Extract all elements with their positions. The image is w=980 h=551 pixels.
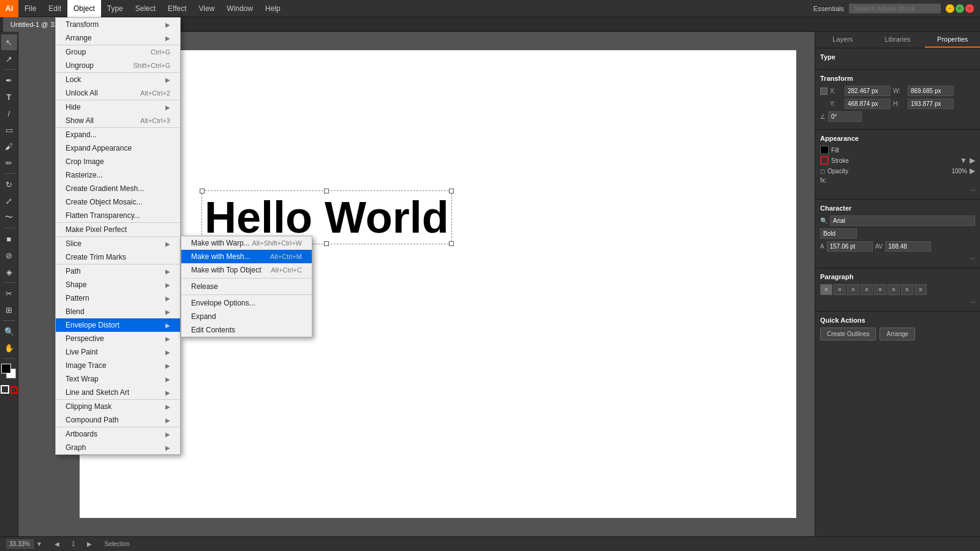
align-justify-left-button[interactable]: ≡: [874, 284, 886, 295]
menu-type[interactable]: Type: [101, 0, 129, 17]
menu-slice[interactable]: Slice ▶: [56, 237, 180, 250]
align-right-button[interactable]: ≡: [847, 284, 859, 295]
x-input[interactable]: [845, 86, 891, 96]
tracking-input[interactable]: [885, 241, 931, 252]
menu-perspective[interactable]: Perspective ▶: [56, 332, 180, 345]
menu-pattern[interactable]: Pattern ▶: [56, 291, 180, 305]
eyedropper-tool[interactable]: ⊘: [1, 247, 17, 263]
tab-libraries[interactable]: Libraries: [870, 32, 925, 48]
align-justify-right-button[interactable]: ≡: [901, 284, 913, 295]
menu-blend[interactable]: Blend ▶: [56, 305, 180, 318]
menu-rasterize[interactable]: Rasterize...: [56, 168, 180, 182]
artboard-tool[interactable]: ⊞: [1, 302, 17, 318]
paintbrush-tool[interactable]: 🖌: [1, 138, 17, 154]
fill-icon[interactable]: [1, 385, 9, 394]
foreground-color-swatch[interactable]: [1, 364, 11, 373]
selection-tool[interactable]: ↖: [1, 34, 17, 50]
w-input[interactable]: [908, 86, 954, 96]
submenu-make-with-warp[interactable]: Make with Warp... Alt+Shift+Ctrl+W: [181, 236, 312, 250]
stroke-icon[interactable]: [10, 386, 18, 394]
menu-create-gradient-mesh[interactable]: Create Gradient Mesh...: [56, 182, 180, 195]
menu-select[interactable]: Select: [129, 0, 162, 17]
align-justify-all-button[interactable]: ≡: [914, 284, 927, 295]
character-more-button[interactable]: ···: [970, 255, 975, 262]
warp-tool[interactable]: 〜: [1, 209, 17, 225]
scale-tool[interactable]: ⤢: [1, 193, 17, 209]
menu-shape[interactable]: Shape ▶: [56, 278, 180, 291]
menu-artboards[interactable]: Artboards ▶: [56, 427, 180, 441]
handle-tr[interactable]: [449, 189, 454, 193]
tab-layers[interactable]: Layers: [815, 32, 870, 48]
y-input[interactable]: [845, 99, 891, 109]
minimize-button[interactable]: −: [946, 4, 954, 13]
menu-graph[interactable]: Graph ▶: [56, 441, 180, 454]
stroke-color-swatch[interactable]: [820, 156, 829, 165]
maximize-button[interactable]: +: [956, 4, 964, 13]
menu-group[interactable]: Group Ctrl+G: [56, 45, 180, 59]
hand-tool[interactable]: ✋: [1, 340, 17, 356]
pen-tool[interactable]: ✒: [1, 72, 17, 88]
font-style-input[interactable]: [820, 228, 857, 239]
menu-hide[interactable]: Hide ▶: [56, 100, 180, 114]
gradient-tool[interactable]: ■: [1, 231, 17, 247]
menu-path[interactable]: Path ▶: [56, 264, 180, 278]
paragraph-more-button[interactable]: ···: [970, 299, 975, 305]
menu-flatten-transparency[interactable]: Flatten Transparency...: [56, 209, 180, 222]
appearance-more-button[interactable]: ···: [970, 187, 975, 193]
menu-effect[interactable]: Effect: [162, 0, 192, 17]
fill-color-swatch[interactable]: [820, 146, 829, 154]
submenu-release[interactable]: Release: [181, 280, 312, 293]
scissors-tool[interactable]: ✂: [1, 285, 17, 301]
font-size-input[interactable]: [827, 241, 873, 252]
menu-file[interactable]: File: [18, 0, 42, 17]
submenu-expand[interactable]: Expand: [181, 310, 312, 323]
menu-create-object-mosaic[interactable]: Create Object Mosaic...: [56, 195, 180, 209]
menu-line-sketch-art[interactable]: Line and Sketch Art ▶: [56, 386, 180, 399]
menu-clipping-mask[interactable]: Clipping Mask ▶: [56, 400, 180, 413]
submenu-edit-contents[interactable]: Edit Contents: [181, 323, 312, 337]
menu-text-wrap[interactable]: Text Wrap ▶: [56, 372, 180, 386]
menu-expand-appearance[interactable]: Expand Appearance: [56, 141, 180, 155]
menu-show-all[interactable]: Show All Alt+Ctrl+3: [56, 114, 180, 127]
nav-next-icon[interactable]: ▶: [87, 541, 92, 547]
rectangle-tool[interactable]: ▭: [1, 122, 17, 138]
angle-input[interactable]: [828, 111, 862, 122]
handle-br[interactable]: [449, 241, 454, 246]
blend-tool[interactable]: ◈: [1, 264, 17, 280]
menu-window[interactable]: Window: [221, 0, 259, 17]
menu-live-paint[interactable]: Live Paint ▶: [56, 345, 180, 359]
menu-arrange[interactable]: Arrange ▶: [56, 31, 180, 45]
rotate-tool[interactable]: ↻: [1, 176, 17, 192]
align-justify-button[interactable]: ≡: [861, 284, 873, 295]
zoom-dropdown-icon[interactable]: ▼: [36, 541, 42, 547]
zoom-tool[interactable]: 🔍: [1, 323, 17, 339]
type-tool[interactable]: T: [1, 89, 17, 105]
menu-unlock-all[interactable]: Unlock All Alt+Ctrl+2: [56, 86, 180, 100]
submenu-make-with-top-object[interactable]: Make with Top Object Alt+Ctrl+C: [181, 263, 312, 277]
transform-link-icon[interactable]: [820, 88, 827, 95]
direct-selection-tool[interactable]: ↗: [1, 51, 17, 67]
menu-image-trace[interactable]: Image Trace ▶: [56, 359, 180, 372]
handle-bm[interactable]: [324, 241, 329, 246]
handle-tm[interactable]: [324, 189, 329, 193]
menu-transform[interactable]: Transform ▶: [56, 18, 180, 31]
menu-help[interactable]: Help: [259, 0, 287, 17]
align-center-button[interactable]: ≡: [834, 284, 846, 295]
submenu-make-with-mesh[interactable]: Make with Mesh... Alt+Ctrl+M: [181, 250, 312, 263]
handle-tl[interactable]: [200, 189, 205, 193]
menu-compound-path[interactable]: Compound Path ▶: [56, 413, 180, 427]
h-input[interactable]: [908, 99, 954, 109]
pencil-tool[interactable]: ✏: [1, 155, 17, 171]
align-justify-center-button[interactable]: ≡: [888, 284, 900, 295]
menu-edit[interactable]: Edit: [42, 0, 67, 17]
font-input[interactable]: [830, 216, 975, 226]
menu-ungroup[interactable]: Ungroup Shift+Ctrl+G: [56, 59, 180, 72]
align-left-button[interactable]: ≡: [820, 284, 832, 295]
search-input[interactable]: [849, 4, 941, 13]
zoom-input[interactable]: [6, 539, 34, 549]
close-button[interactable]: ×: [965, 4, 974, 13]
submenu-envelope-options[interactable]: Envelope Options...: [181, 296, 312, 310]
menu-lock[interactable]: Lock ▶: [56, 73, 180, 86]
line-tool[interactable]: /: [1, 105, 17, 121]
menu-expand[interactable]: Expand...: [56, 128, 180, 141]
